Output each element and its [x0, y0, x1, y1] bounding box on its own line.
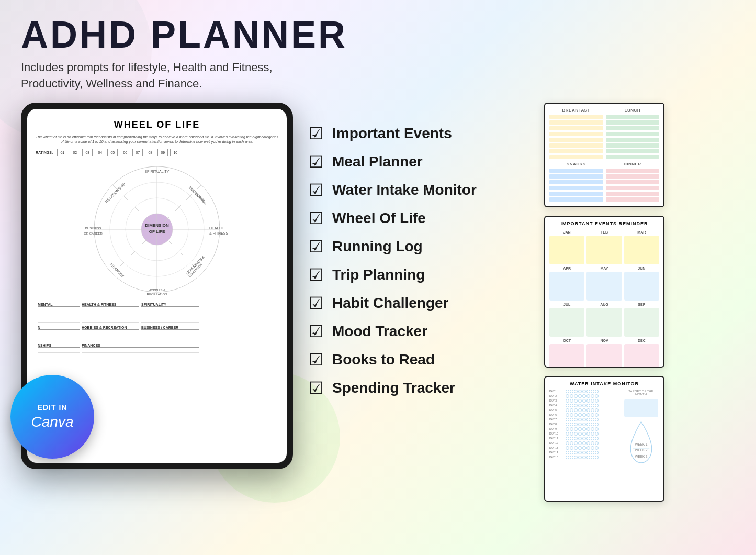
month-aug-cell: [586, 308, 622, 337]
month-nov-header: NOV: [586, 339, 622, 368]
check-icon-books-to-read: ☑: [309, 350, 324, 370]
month-feb-header: FEB: [586, 230, 622, 264]
water-day-row-2: DAY 2: [549, 394, 619, 398]
feature-label-mood-tracker: Mood Tracker: [332, 323, 427, 340]
feature-trip-planning: ☑ Trip Planning: [309, 265, 528, 285]
grid-cell-mental: MENTAL: [38, 303, 80, 324]
month-nov-cell: [586, 344, 622, 368]
breakfast-line: [549, 155, 603, 159]
water-day-row-15: DAY 15: [549, 456, 619, 459]
dinner-line: [606, 186, 660, 190]
wheel-container: DIMENSION OF LIFE SPIRITUALITY EMOTIONAL…: [36, 161, 278, 297]
page-subtitle: Includes prompts for lifestyle, Health a…: [21, 60, 309, 92]
month-apr-header: APR: [549, 267, 584, 301]
check-icon-habit-challenger: ☑: [309, 293, 324, 313]
tablet-section: WHEEL OF LIFE The wheel of life is an ef…: [21, 103, 293, 469]
feature-label-wheel-of-life: Wheel Of Life: [332, 210, 426, 227]
water-day-row-6: DAY 6: [549, 413, 619, 417]
dinner-line: [606, 169, 660, 173]
month-apr-cell: [549, 272, 584, 301]
month-aug-header: AUG: [586, 303, 622, 337]
rating-06: 06: [120, 149, 130, 156]
rating-02: 02: [70, 149, 80, 156]
events-grid: JAN FEB MAR APR MAY JUN JUL AUG SEP OCT …: [549, 230, 659, 368]
water-day-row-11: DAY 11: [549, 437, 619, 440]
grid-cell-spirituality: SPIRITUALITY: [141, 303, 199, 324]
meal-lunch: LUNCH: [606, 108, 660, 160]
meal-lunch-label: LUNCH: [606, 108, 660, 113]
water-content: DAY 1 DAY 2 DAY 3: [549, 390, 659, 467]
water-day-row-5: DAY 5: [549, 408, 619, 412]
page-title: ADHD PLANNER: [21, 16, 735, 53]
month-feb-cell: [586, 236, 622, 264]
lunch-line: [606, 120, 660, 125]
feature-running-log: ☑ Running Log: [309, 237, 528, 257]
svg-text:& FITNESS: & FITNESS: [209, 231, 229, 235]
water-day-row-1: DAY 1: [549, 390, 619, 393]
svg-text:RECREATION: RECREATION: [147, 293, 167, 296]
feature-label-books-to-read: Books to Read: [332, 351, 435, 368]
month-oct-header: OCT: [549, 339, 584, 368]
svg-text:BUSINESS: BUSINESS: [85, 227, 101, 230]
svg-text:WEEK 1: WEEK 1: [635, 442, 647, 446]
rating-08: 08: [145, 149, 155, 156]
feature-label-trip-planning: Trip Planning: [332, 267, 425, 283]
water-day-row-4: DAY 4: [549, 404, 619, 407]
water-day-row-9: DAY 9: [549, 427, 619, 431]
snack-line: [549, 192, 603, 196]
snack-line: [549, 186, 603, 190]
previews-section: BREAKFAST LUNCH: [544, 103, 664, 502]
month-may-cell: [586, 272, 622, 301]
canva-logo-text: Canva: [31, 414, 74, 430]
month-jul-header: JUL: [549, 303, 584, 337]
lunch-line: [606, 115, 660, 119]
lunch-line: [606, 143, 660, 148]
water-day-row-10: DAY 10: [549, 432, 619, 436]
snacks-lines: [549, 169, 603, 202]
month-mar-header: MAR: [624, 230, 659, 264]
lunch-line: [606, 132, 660, 136]
feature-books-to-read: ☑ Books to Read: [309, 350, 528, 370]
breakfast-lines: [549, 115, 603, 159]
dinner-lines: [606, 169, 660, 202]
breakfast-line: [549, 120, 603, 125]
meal-snacks-label: SNACKS: [549, 162, 603, 167]
wheel-description: The wheel of life is an effective tool t…: [36, 135, 278, 145]
snack-line: [549, 197, 603, 202]
month-jan-header: JAN: [549, 230, 584, 264]
svg-text:SPIRITUALITY: SPIRITUALITY: [144, 170, 169, 173]
month-jul-cell: [549, 308, 584, 337]
month-may-header: MAY: [586, 267, 622, 301]
grid-cell-n: N: [38, 326, 80, 341]
breakfast-line: [549, 138, 603, 142]
month-dec-header: DEC: [624, 339, 659, 368]
ratings-row: RATINGS: 01 02 03 04 05 06 07 08 09 10: [36, 149, 278, 156]
rating-09: 09: [157, 149, 168, 156]
check-icon-trip-planning: ☑: [309, 265, 324, 285]
meal-breakfast: BREAKFAST: [549, 108, 603, 160]
feature-label-meal-planner: Meal Planner: [332, 153, 423, 170]
canva-badge[interactable]: EDIT IN Canva: [10, 375, 94, 459]
rating-07: 07: [132, 149, 143, 156]
water-day-row-13: DAY 13: [549, 446, 619, 450]
svg-text:WEEK 2: WEEK 2: [635, 448, 647, 452]
water-preview-title: WATER INTAKE MONITOR: [549, 381, 659, 386]
feature-label-important-events: Important Events: [332, 125, 452, 142]
month-sep-cell: [624, 308, 659, 337]
preview-water-card: WATER INTAKE MONITOR DAY 1 DAY 2: [544, 376, 664, 502]
bottom-grid: MENTAL HEALTH & FITNESS SPIRIT: [36, 303, 278, 359]
grid-cell-hobbies: HOBBIES & RECREATION: [82, 326, 139, 341]
rating-01: 01: [57, 149, 67, 156]
check-icon-mood-tracker: ☑: [309, 321, 324, 341]
feature-water-intake: ☑ Water Intake Monitor: [309, 180, 528, 200]
feature-label-spending-tracker: Spending Tracker: [332, 380, 455, 396]
feature-habit-challenger: ☑ Habit Challenger: [309, 293, 528, 313]
svg-text:FINANCES: FINANCES: [109, 262, 125, 278]
breakfast-line: [549, 126, 603, 130]
features-section: ☑ Important Events ☑ Meal Planner ☑ Wate…: [309, 103, 528, 398]
water-day-row-12: DAY 12: [549, 441, 619, 445]
month-jan-cell: [549, 236, 584, 264]
rating-10: 10: [170, 149, 180, 156]
water-circles-1: [566, 390, 599, 393]
feature-important-events: ☑ Important Events: [309, 124, 528, 143]
